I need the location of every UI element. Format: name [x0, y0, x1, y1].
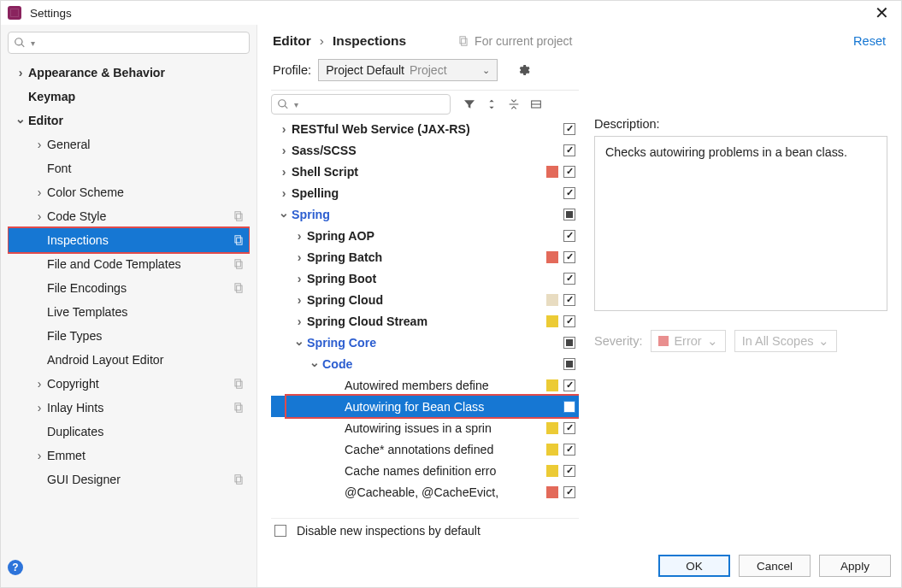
checkbox[interactable] [563, 486, 575, 498]
nav-item-file-and-code-templates[interactable]: File and Code Templates [8, 252, 250, 276]
tree-row[interactable]: Autowired members define [271, 374, 579, 396]
nav-item-label: General [47, 138, 245, 151]
severity-swatch [546, 379, 558, 391]
checkbox[interactable] [563, 401, 575, 413]
chevron-icon [307, 357, 322, 371]
reset-link[interactable]: Reset [853, 34, 886, 48]
chevron-icon [292, 272, 307, 285]
nav-item-live-templates[interactable]: Live Templates [8, 300, 250, 324]
checkbox[interactable] [563, 273, 575, 285]
breadcrumb-root[interactable]: Editor [273, 33, 311, 49]
tree-row[interactable]: Spring [271, 203, 579, 225]
expand-all-icon[interactable] [481, 94, 502, 115]
checkbox[interactable] [563, 358, 575, 370]
nav-item-inlay-hints[interactable]: Inlay Hints [8, 396, 250, 420]
reset-filters-icon[interactable] [526, 94, 546, 115]
tree-row[interactable]: Cache names definition erro [271, 460, 579, 481]
ok-button[interactable]: OK [658, 555, 730, 577]
tree-row[interactable]: Spring Core [271, 332, 579, 353]
nav-item-file-types[interactable]: File Types [8, 324, 250, 348]
tree-row-label: Autowired members define [345, 379, 546, 392]
filter-icon[interactable] [459, 94, 480, 115]
svg-rect-8 [235, 379, 240, 386]
chevron-icon [292, 229, 307, 243]
tree-row-label: Spelling [292, 186, 563, 200]
chevron-icon [32, 209, 47, 223]
nav-item-editor[interactable]: Editor [8, 109, 250, 132]
checkbox[interactable] [563, 166, 575, 178]
gear-icon[interactable] [516, 63, 530, 77]
sidebar: ▾ Appearance & BehaviorKeymapEditorGener… [1, 25, 257, 587]
tree-search[interactable]: ▾ [271, 94, 451, 115]
severity-select[interactable]: Error ⌄ [651, 330, 725, 352]
nav-item-general[interactable]: General [8, 132, 250, 156]
nav-item-appearance-behavior[interactable]: Appearance & Behavior [8, 61, 250, 85]
nav-item-file-encodings[interactable]: File Encodings [8, 276, 250, 300]
checkbox[interactable] [563, 422, 575, 434]
apply-button[interactable]: Apply [819, 555, 891, 577]
svg-rect-7 [237, 285, 242, 292]
help-icon[interactable]: ? [8, 560, 23, 575]
copy-icon [233, 473, 245, 485]
tree-row[interactable]: Spring AOP [271, 225, 579, 246]
checkbox[interactable] [563, 123, 575, 135]
chevron-icon [32, 449, 47, 462]
nav-item-label: Color Scheme [47, 185, 245, 199]
nav-item-inspections[interactable]: Inspections [8, 228, 250, 252]
copy-icon [233, 234, 245, 246]
chevron-icon [276, 165, 292, 179]
nav-item-label: Inspections [47, 233, 233, 247]
tree-row[interactable]: Sass/SCSS [271, 139, 579, 161]
checkbox[interactable] [274, 525, 286, 537]
nav-item-keymap[interactable]: Keymap [8, 85, 250, 109]
nav-item-color-scheme[interactable]: Color Scheme [8, 180, 250, 204]
nav-tree: Appearance & BehaviorKeymapEditorGeneral… [8, 61, 250, 560]
tree-row[interactable]: Cache* annotations defined [271, 438, 579, 460]
checkbox[interactable] [563, 230, 575, 242]
tree-row[interactable]: Autowiring issues in a sprin [271, 417, 579, 438]
tree-row[interactable]: RESTful Web Service (JAX-RS) [271, 118, 579, 139]
scope-select[interactable]: In All Scopes ⌄ [734, 330, 838, 352]
tree-row[interactable]: Spring Boot [271, 268, 579, 289]
checkbox[interactable] [563, 144, 575, 156]
nav-item-label: Code Style [47, 209, 233, 223]
checkbox[interactable] [563, 209, 575, 220]
tree-row[interactable]: Spring Cloud Stream [271, 310, 579, 332]
nav-item-label: GUI Designer [47, 473, 233, 486]
tree-row[interactable]: @Cacheable, @CacheEvict, [271, 481, 579, 503]
sidebar-search[interactable]: ▾ [8, 32, 250, 54]
nav-item-copyright[interactable]: Copyright [8, 372, 250, 396]
checkbox[interactable] [563, 465, 575, 477]
profile-select[interactable]: Project Default Project ⌄ [318, 59, 498, 81]
nav-item-label: Emmet [47, 449, 245, 462]
tree-row-label: Spring Core [307, 336, 563, 350]
checkbox[interactable] [563, 251, 575, 263]
nav-item-android-layout-editor[interactable]: Android Layout Editor [8, 348, 250, 372]
nav-item-duplicates[interactable]: Duplicates [8, 420, 250, 444]
chevron-icon [32, 185, 47, 199]
nav-item-emmet[interactable]: Emmet [8, 444, 250, 467]
tree-row[interactable]: Code [271, 353, 579, 374]
cancel-button[interactable]: Cancel [739, 555, 811, 577]
nav-item-font[interactable]: Font [8, 156, 250, 180]
tree-row[interactable]: Spring Batch [271, 246, 579, 268]
checkbox[interactable] [563, 294, 575, 306]
collapse-all-icon[interactable] [504, 94, 524, 115]
tree-row[interactable]: Spelling [271, 182, 579, 203]
checkbox[interactable] [563, 379, 575, 391]
disable-new-inspections[interactable]: Disable new inspections by default [271, 519, 579, 539]
checkbox[interactable] [563, 444, 575, 456]
tree-row-label: Code [322, 357, 563, 371]
tree-row[interactable]: Spring Cloud [271, 289, 579, 310]
tree-row[interactable]: Autowiring for Bean Class [271, 396, 579, 417]
tree-row[interactable]: Shell Script [271, 161, 579, 182]
svg-rect-5 [237, 262, 242, 268]
close-icon[interactable]: ✕ [870, 3, 894, 23]
nav-item-code-style[interactable]: Code Style [8, 204, 250, 228]
nav-item-label: File Types [47, 329, 245, 343]
checkbox[interactable] [563, 337, 575, 349]
tree-row-label: Cache names definition erro [345, 464, 546, 478]
checkbox[interactable] [563, 187, 575, 199]
nav-item-gui-designer[interactable]: GUI Designer [8, 467, 250, 491]
checkbox[interactable] [563, 315, 575, 327]
